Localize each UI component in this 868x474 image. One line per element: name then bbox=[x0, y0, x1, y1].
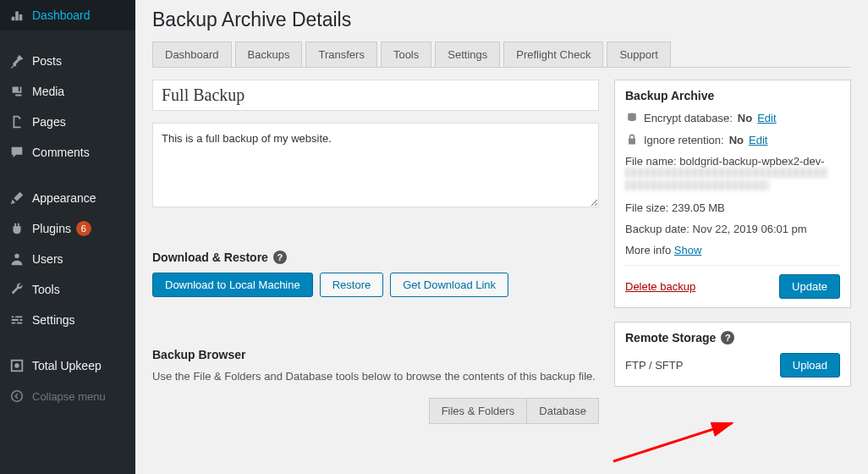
collapse-menu-button[interactable]: Collapse menu bbox=[0, 381, 135, 411]
sidebar-item-comments[interactable]: Comments bbox=[0, 137, 135, 168]
sidebar-item-tools[interactable]: Tools bbox=[0, 274, 135, 305]
sidebar-item-dashboard[interactable]: Dashboard bbox=[0, 0, 135, 30]
show-link[interactable]: Show bbox=[674, 244, 702, 256]
sidebar-item-posts[interactable]: Posts bbox=[0, 46, 135, 76]
wrench-icon bbox=[8, 281, 25, 298]
plug-icon bbox=[8, 220, 25, 237]
backup-browser-heading: Backup Browser bbox=[152, 348, 599, 361]
tab-tools[interactable]: Tools bbox=[381, 41, 431, 67]
backup-archive-panel: Backup Archive Encrypt database: No Edit… bbox=[614, 80, 851, 308]
sidebar-item-label: Media bbox=[32, 85, 64, 98]
tab-preflight[interactable]: Preflight Check bbox=[503, 41, 603, 67]
main-content: Backup Archive Details Dashboard Backups… bbox=[135, 0, 868, 474]
download-button[interactable]: Download to Local Machine bbox=[152, 273, 313, 297]
update-count-badge: 6 bbox=[76, 221, 91, 236]
more-info-row: More info Show bbox=[625, 244, 840, 256]
download-restore-heading: Download & Restore? bbox=[152, 251, 599, 264]
sidebar-item-label: Plugins bbox=[32, 222, 71, 235]
help-icon[interactable]: ? bbox=[721, 331, 734, 344]
tab-bar: Dashboard Backups Transfers Tools Settin… bbox=[152, 41, 851, 68]
sidebar-item-users[interactable]: Users bbox=[0, 244, 135, 274]
tab-dashboard[interactable]: Dashboard bbox=[152, 41, 232, 67]
help-icon[interactable]: ? bbox=[273, 251, 287, 264]
sidebar-item-pages[interactable]: Pages bbox=[0, 107, 135, 137]
dashboard-icon bbox=[8, 7, 25, 24]
file-name-row: File name: boldgrid-backup-wpbex2-dev- bbox=[625, 155, 840, 193]
pages-icon bbox=[8, 113, 25, 130]
comment-icon bbox=[8, 144, 25, 161]
encrypt-edit-link[interactable]: Edit bbox=[757, 112, 776, 124]
delete-backup-link[interactable]: Delete backup bbox=[625, 280, 695, 293]
update-button[interactable]: Update bbox=[779, 274, 840, 299]
remote-storage-panel: Remote Storage? FTP / SFTP Upload bbox=[614, 322, 851, 387]
sidebar-item-media[interactable]: Media bbox=[0, 76, 135, 107]
backup-title-input[interactable] bbox=[152, 80, 599, 111]
sidebar-item-label: Appearance bbox=[32, 191, 96, 205]
sidebar-item-appearance[interactable]: Appearance bbox=[0, 183, 135, 213]
database-icon bbox=[625, 111, 639, 124]
svg-point-1 bbox=[14, 363, 19, 367]
sidebar-item-label: Settings bbox=[32, 313, 75, 327]
sidebar-item-label: Total Upkeep bbox=[32, 359, 102, 372]
collapse-label: Collapse menu bbox=[32, 390, 106, 403]
pin-icon bbox=[8, 52, 25, 69]
remote-heading: Remote Storage? bbox=[625, 331, 840, 344]
sliders-icon bbox=[8, 311, 25, 328]
backup-icon bbox=[8, 357, 25, 374]
sidebar-item-label: Users bbox=[32, 252, 63, 266]
sidebar-item-plugins[interactable]: Plugins6 bbox=[0, 213, 135, 244]
tab-database[interactable]: Database bbox=[527, 398, 599, 424]
tab-transfers[interactable]: Transfers bbox=[305, 41, 376, 67]
page-title: Backup Archive Details bbox=[152, 8, 851, 31]
file-size-row: File size: 239.05 MB bbox=[625, 201, 840, 214]
remote-protocol-label: FTP / SFTP bbox=[625, 359, 683, 372]
admin-sidebar: Dashboard Posts Media Pages Comments App… bbox=[0, 0, 135, 474]
tab-backups[interactable]: Backups bbox=[235, 41, 303, 67]
tab-files-folders[interactable]: Files & Folders bbox=[429, 398, 528, 424]
tab-support[interactable]: Support bbox=[607, 41, 671, 67]
ignore-edit-link[interactable]: Edit bbox=[749, 134, 767, 146]
tab-settings[interactable]: Settings bbox=[435, 41, 500, 67]
lock-icon bbox=[625, 133, 639, 146]
sidebar-item-label: Dashboard bbox=[32, 8, 91, 22]
sidebar-item-settings[interactable]: Settings bbox=[0, 305, 135, 335]
sidebar-item-total-upkeep[interactable]: Total Upkeep bbox=[0, 350, 135, 381]
user-icon bbox=[8, 251, 25, 267]
sidebar-item-label: Posts bbox=[32, 54, 62, 68]
get-download-link-button[interactable]: Get Download Link bbox=[390, 273, 508, 297]
media-icon bbox=[8, 83, 25, 100]
upload-button[interactable]: Upload bbox=[780, 353, 840, 378]
svg-point-2 bbox=[12, 391, 23, 402]
backup-description-input[interactable] bbox=[152, 123, 599, 207]
sidebar-item-label: Comments bbox=[32, 146, 90, 159]
backup-browser-subtext: Use the File & Folders and Database tool… bbox=[152, 370, 599, 383]
backup-date-row: Backup date: Nov 22, 2019 06:01 pm bbox=[625, 223, 840, 235]
sidebar-item-label: Tools bbox=[32, 283, 60, 296]
archive-heading: Backup Archive bbox=[625, 89, 840, 102]
restore-button[interactable]: Restore bbox=[320, 273, 384, 297]
sidebar-item-label: Pages bbox=[32, 115, 66, 129]
collapse-icon bbox=[8, 388, 25, 405]
brush-icon bbox=[8, 190, 25, 207]
